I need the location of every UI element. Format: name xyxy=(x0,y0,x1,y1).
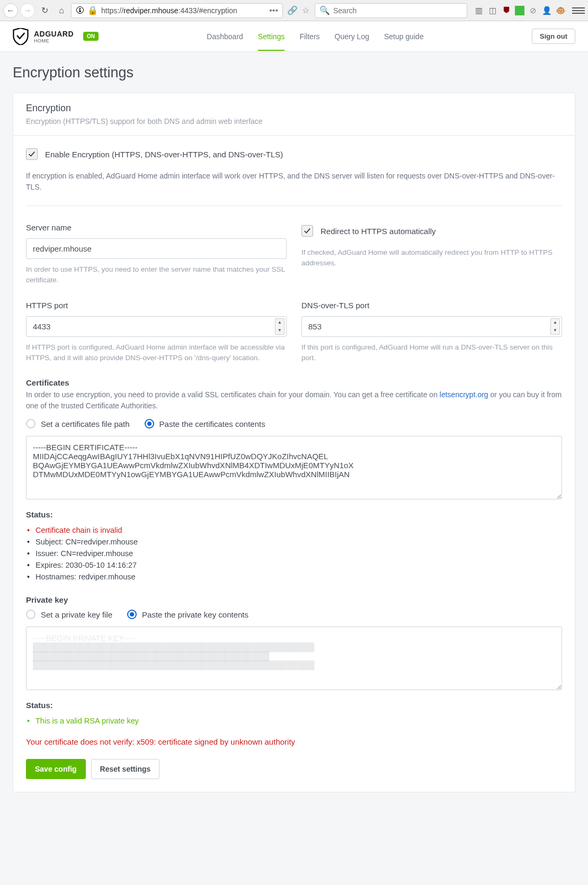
pkey-path-radio[interactable] xyxy=(26,610,35,619)
pkey-status-list: This is a valid RSA private key xyxy=(26,715,562,727)
cert-textarea[interactable] xyxy=(26,436,562,499)
forward-button[interactable]: → xyxy=(20,3,35,18)
cert-status-invalid: Certificate chain is invalid xyxy=(26,524,562,536)
cert-paste-radio-label: Paste the certificates contents xyxy=(159,419,265,428)
pkey-paste-radio-label: Paste the private key contents xyxy=(142,610,248,619)
extension-ublock-icon[interactable]: ⛊ xyxy=(501,5,512,16)
dot-port-help: If this port is configured, AdGuard Home… xyxy=(301,342,562,364)
search-input[interactable] xyxy=(333,6,462,15)
enable-encryption-help: If encryption is enabled, AdGuard Home a… xyxy=(26,171,562,193)
letsencrypt-link[interactable]: letsencrypt.org xyxy=(440,390,488,399)
extension-noscript-icon[interactable]: ⊘ xyxy=(528,5,538,16)
certificates-label: Certificates xyxy=(26,378,562,387)
main-nav: Dashboard Settings Filters Query Log Set… xyxy=(207,22,423,51)
cert-path-radio[interactable] xyxy=(26,419,35,428)
cert-path-radio-label: Set a certificates file path xyxy=(41,419,130,428)
url-bar[interactable]: 🛈 🔒 https://redviper.mhouse:4433/#encryp… xyxy=(71,3,283,18)
nav-querylog[interactable]: Query Log xyxy=(335,22,369,51)
server-name-input[interactable] xyxy=(26,238,287,259)
dot-port-label: DNS-over-TLS port xyxy=(301,301,562,310)
pkey-paste-radio[interactable] xyxy=(127,610,137,619)
nav-filters[interactable]: Filters xyxy=(299,22,319,51)
page-title: Encryption settings xyxy=(13,65,575,81)
verify-error: Your certificate does not verify: x509: … xyxy=(26,737,562,746)
menu-button[interactable] xyxy=(572,4,585,17)
pkey-status-ok: This is a valid RSA private key xyxy=(26,715,562,727)
dot-port-input[interactable] xyxy=(301,316,562,337)
sidebar-icon[interactable]: ◫ xyxy=(487,5,498,16)
https-port-label: HTTPS port xyxy=(26,301,287,310)
url-text: https://redviper.mhouse:4433/#encryption xyxy=(101,6,237,15)
nav-settings[interactable]: Settings xyxy=(258,22,285,51)
logo[interactable]: ADGUARD HOME ON xyxy=(13,28,99,45)
dot-port-spinner[interactable]: ▲▼ xyxy=(550,318,560,335)
brand-name: ADGUARD xyxy=(34,30,74,38)
app-header: ADGUARD HOME ON Dashboard Settings Filte… xyxy=(0,21,588,52)
browser-toolbar: ← → ↻ ⌂ 🛈 🔒 https://redviper.mhouse:4433… xyxy=(0,0,588,21)
cert-paste-radio[interactable] xyxy=(145,419,154,428)
server-name-label: Server name xyxy=(26,223,287,232)
certificates-desc: In order to use encryption, you need to … xyxy=(26,389,562,412)
card-title: Encryption xyxy=(26,103,562,114)
bookmark-icon[interactable]: ☆ xyxy=(302,5,309,15)
reset-settings-button[interactable]: Reset settings xyxy=(91,759,160,779)
brand-sub: HOME xyxy=(34,38,74,43)
shield-icon: 🛈 xyxy=(76,6,84,15)
cert-status-hostnames: Hostnames: redviper.mhouse xyxy=(26,571,562,583)
https-port-spinner[interactable]: ▲▼ xyxy=(275,318,284,335)
status-badge-on: ON xyxy=(83,32,99,41)
lock-warning-icon: 🔒 xyxy=(87,5,98,15)
redirect-https-help: If checked, AdGuard Home will automatica… xyxy=(301,247,562,269)
redirect-https-checkbox[interactable] xyxy=(301,225,313,237)
cert-status-label: Status: xyxy=(26,510,562,519)
https-port-input[interactable] xyxy=(26,316,287,337)
cert-status-expires: Expires: 2030-05-10 14:16:27 xyxy=(26,559,562,571)
search-bar[interactable]: 🔍 xyxy=(315,3,467,18)
redirect-https-label: Redirect to HTTPS automatically xyxy=(320,227,436,236)
encryption-card: Encryption Encryption (HTTPS/TLS) suppor… xyxy=(13,93,575,792)
nav-setupguide[interactable]: Setup guide xyxy=(384,22,424,51)
home-button[interactable]: ⌂ xyxy=(54,3,69,18)
cert-status-list: Certificate chain is invalid Subject: CN… xyxy=(26,524,562,583)
account-icon[interactable]: 👤 xyxy=(541,5,552,16)
https-port-help: If HTTPS port is configured, AdGuard Hom… xyxy=(26,342,287,364)
reload-button[interactable]: ↻ xyxy=(37,3,52,18)
back-button[interactable]: ← xyxy=(3,3,18,18)
divider xyxy=(26,205,562,206)
save-config-button[interactable]: Save config xyxy=(26,759,86,779)
signout-button[interactable]: Sign out xyxy=(532,29,575,44)
logo-shield-icon xyxy=(13,28,29,45)
pkey-status-label: Status: xyxy=(26,701,562,710)
cert-status-subject: Subject: CN=redviper.mhouse xyxy=(26,536,562,548)
card-subtitle: Encryption (HTTPS/TLS) support for both … xyxy=(26,117,562,126)
extension-green-icon[interactable] xyxy=(515,6,524,15)
permissions-icon[interactable]: 🔗 xyxy=(287,5,298,15)
nav-dashboard[interactable]: Dashboard xyxy=(207,22,243,51)
enable-encryption-checkbox[interactable] xyxy=(26,148,38,160)
pkey-textarea[interactable] xyxy=(26,627,562,690)
more-icon[interactable]: ••• xyxy=(269,6,278,15)
pkey-path-radio-label: Set a private key file xyxy=(41,610,112,619)
enable-encryption-label: Enable Encryption (HTTPS, DNS-over-HTTPS… xyxy=(45,150,283,159)
server-name-help: In order to use HTTPS, you need to enter… xyxy=(26,264,287,286)
private-key-label: Private key xyxy=(26,595,562,604)
cert-status-issuer: Issuer: CN=redviper.mhouse xyxy=(26,548,562,559)
library-icon[interactable]: ▥ xyxy=(474,5,484,16)
search-icon: 🔍 xyxy=(319,5,330,15)
extension-monkey-icon[interactable]: 🐵 xyxy=(555,5,566,16)
